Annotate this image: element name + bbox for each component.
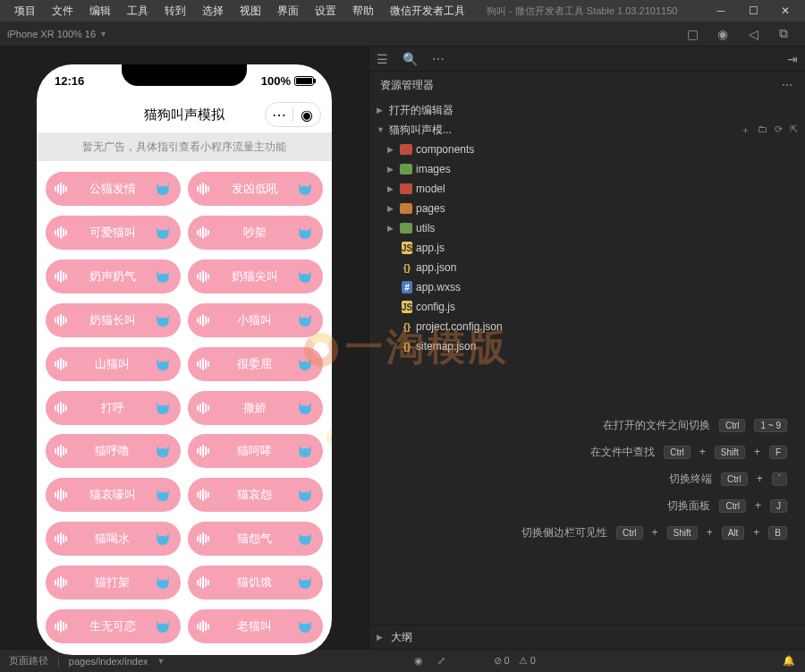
menu-文件[interactable]: 文件 [45,2,80,21]
menubar: 项目文件编辑工具转到选择视图界面设置帮助微信开发者工具 [7,2,472,21]
sound-button[interactable]: 猫哀嚎叫 [46,478,181,512]
notification-icon[interactable]: 🔔 [782,655,796,667]
folder-images[interactable]: ▶images [369,159,805,179]
sound-label: 打呼 [71,400,154,416]
list-icon[interactable]: ☰ [377,52,388,66]
cat-icon [296,313,314,327]
file-label: project.config.json [416,320,503,333]
device-icon[interactable]: ▢ [685,27,699,41]
sound-button[interactable]: 可爱猫叫 [46,216,181,250]
sound-button[interactable]: 奶猫尖叫 [188,259,323,293]
new-folder-icon[interactable]: 🗀 [758,123,767,137]
menu-项目[interactable]: 项目 [7,2,43,21]
record-icon[interactable]: ◉ [716,27,730,41]
sound-label: 奶声奶气 [71,268,154,285]
file-app.json[interactable]: {}app.json [369,258,805,277]
capsule-close-button[interactable]: ◉ [293,106,320,123]
folder-model[interactable]: ▶model [369,179,805,199]
key: Ctrl [664,446,691,459]
wave-icon [55,226,71,239]
minimize-button[interactable]: ─ [708,2,733,20]
mute-icon[interactable]: ◁ [746,27,760,41]
expand-icon[interactable]: ⤢ [435,655,449,667]
folder-label: model [416,183,445,195]
sound-button[interactable]: 奶声奶气 [46,259,181,293]
file-project.config.json[interactable]: {}project.config.json [369,317,805,336]
sound-button[interactable]: 撒娇 [188,391,323,425]
sound-button[interactable]: 老猫叫 [188,609,323,643]
page-path[interactable]: pages/index/index [69,656,148,667]
menu-帮助[interactable]: 帮助 [345,2,381,21]
sound-button[interactable]: 公猫发情 [46,172,181,206]
file-app.wxss[interactable]: #app.wxss [369,277,805,297]
explorer-more-icon[interactable]: ⋯ [782,79,794,91]
open-editors-section[interactable]: ▶ 打开的编辑器 [369,100,805,120]
sound-button[interactable]: 猫打架 [46,566,181,600]
file-label: sitemap.json [416,340,476,353]
menu-视图[interactable]: 视图 [233,2,268,21]
menu-选择[interactable]: 选择 [195,2,231,21]
folder-label: utils [416,222,435,234]
clock: 12:16 [55,74,84,88]
project-root[interactable]: ▼ 猫狗叫声模... ＋ 🗀 ⟳ ⇱ [369,120,805,140]
file-label: app.json [416,261,456,274]
sound-button[interactable]: 猫怨气 [188,522,323,556]
sound-button[interactable]: 打呼 [46,391,181,425]
sound-label: 吵架 [213,225,296,241]
folder-pages[interactable]: ▶pages [369,199,805,218]
language-toggle[interactable]: 切换汪语 [326,449,332,506]
sound-button[interactable]: 生无可恋 [46,609,181,643]
menu-编辑[interactable]: 编辑 [82,2,118,21]
folder-label: images [416,163,451,175]
sound-button[interactable]: 猫呼噜 [46,434,181,468]
folder-components[interactable]: ▶components [369,140,805,159]
menu-工具[interactable]: 工具 [120,2,156,21]
device-selector[interactable]: iPhone XR 100% 16 [7,29,96,39]
new-file-icon[interactable]: ＋ [741,123,750,137]
sound-button[interactable]: 很委屈 [188,347,323,381]
shortcut-label: 切换终端 [669,472,712,487]
error-count[interactable]: ⊘ 0 [494,655,510,667]
capsule-more-button[interactable]: ⋯ [266,106,292,123]
more-icon[interactable]: ⋯ [432,52,445,66]
key: Alt [722,526,745,540]
settings-icon[interactable]: ⇥ [787,52,798,66]
wave-icon [55,489,71,501]
preview-icon[interactable]: ◉ [411,655,426,667]
collapse-icon[interactable]: ⇱ [790,123,798,137]
close-button[interactable]: ✕ [773,2,798,20]
folder-utils[interactable]: ▶utils [369,218,805,238]
editor-panel: ☰ 🔍 ⋯ ⇥ 资源管理器 ⋯ ▶ 打开的编辑器 ▼ 猫狗叫声模... ＋ 🗀 … [369,47,805,649]
menu-转到[interactable]: 转到 [157,2,193,21]
detach-icon[interactable]: ⧉ [776,27,791,41]
menu-界面[interactable]: 界面 [270,2,306,21]
sound-button[interactable]: 小猫叫 [188,303,323,337]
warning-count[interactable]: ⚠ 0 [519,655,536,667]
sound-button[interactable]: 猫呵哮 [188,434,323,468]
refresh-icon[interactable]: ⟳ [775,123,783,137]
outline-section[interactable]: ▶ 大纲 [369,625,805,649]
sound-button[interactable]: 猫饥饿 [188,566,323,600]
mini-app-header: 猫狗叫声模拟 ⋯ ◉ [37,97,332,132]
sound-button[interactable]: 山猫叫 [46,347,181,381]
sound-button[interactable]: 奶猫长叫 [46,303,181,337]
maximize-button[interactable]: ☐ [741,2,766,20]
wave-icon [55,358,71,370]
sound-button[interactable]: 发凶低吼 [188,172,323,206]
menu-微信开发者工具[interactable]: 微信开发者工具 [383,2,472,21]
folder-icon [400,164,412,174]
key: 1 ~ 9 [754,419,787,432]
search-icon[interactable]: 🔍 [402,52,418,66]
file-config.js[interactable]: JSconfig.js [369,297,805,317]
menu-设置[interactable]: 设置 [308,2,343,21]
wxss-icon: # [402,281,412,293]
key: Ctrl [616,526,643,540]
cat-icon [154,619,172,634]
page-path-label: 页面路径 [9,654,48,668]
wave-icon [55,620,71,633]
file-app.js[interactable]: JSapp.js [369,238,805,258]
sound-button[interactable]: 猫哀怨 [188,478,323,512]
sound-button[interactable]: 猫喝水 [46,522,181,556]
file-sitemap.json[interactable]: {}sitemap.json [369,336,805,356]
sound-button[interactable]: 吵架 [188,216,323,250]
